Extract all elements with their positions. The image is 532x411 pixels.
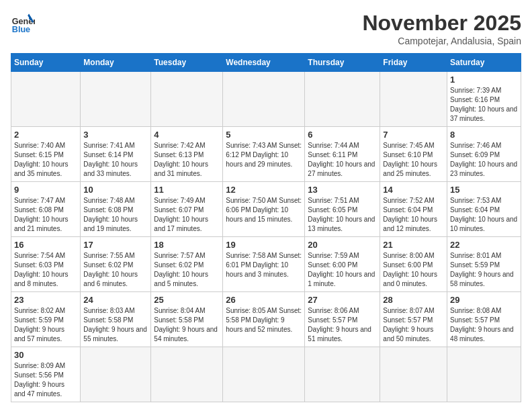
day-number: 16 (14, 240, 77, 250)
day-number: 27 (308, 295, 377, 305)
calendar-cell: 8Sunrise: 7:46 AM Sunset: 6:09 PM Daylig… (447, 127, 521, 182)
day-info: Sunrise: 7:57 AM Sunset: 6:02 PM Dayligh… (154, 251, 220, 289)
day-number: 28 (383, 295, 444, 305)
day-info: Sunrise: 7:42 AM Sunset: 6:13 PM Dayligh… (154, 141, 220, 179)
day-info: Sunrise: 8:06 AM Sunset: 5:57 PM Dayligh… (308, 306, 377, 344)
calendar-cell (81, 347, 151, 402)
calendar-week-1: 1Sunrise: 7:39 AM Sunset: 6:16 PM Daylig… (11, 72, 521, 127)
day-number: 7 (383, 130, 444, 140)
day-number: 22 (450, 240, 518, 250)
day-number: 25 (154, 295, 220, 305)
day-info: Sunrise: 7:58 AM Sunset: 6:01 PM Dayligh… (226, 251, 302, 279)
calendar-cell: 15Sunrise: 7:53 AM Sunset: 6:04 PM Dayli… (447, 182, 521, 237)
day-number: 3 (83, 130, 148, 140)
day-number: 30 (14, 350, 77, 360)
calendar-cell: 25Sunrise: 8:04 AM Sunset: 5:58 PM Dayli… (151, 292, 223, 347)
day-number: 6 (308, 130, 377, 140)
day-info: Sunrise: 8:07 AM Sunset: 5:57 PM Dayligh… (383, 306, 444, 344)
page-header: General Blue November 2025 Campotejar, A… (11, 11, 521, 46)
day-info: Sunrise: 8:02 AM Sunset: 5:59 PM Dayligh… (14, 306, 77, 344)
day-number: 13 (308, 185, 377, 195)
calendar-cell: 21Sunrise: 8:00 AM Sunset: 6:00 PM Dayli… (380, 237, 447, 292)
day-number: 20 (308, 240, 377, 250)
weekday-header-sunday: Sunday (11, 54, 81, 72)
day-number: 2 (14, 130, 77, 140)
calendar-cell: 5Sunrise: 7:43 AM Sunset: 6:12 PM Daylig… (223, 127, 305, 182)
calendar-cell: 23Sunrise: 8:02 AM Sunset: 5:59 PM Dayli… (11, 292, 81, 347)
day-number: 9 (14, 185, 77, 195)
calendar-cell: 6Sunrise: 7:44 AM Sunset: 6:11 PM Daylig… (305, 127, 380, 182)
day-number: 1 (450, 75, 518, 85)
calendar-cell: 26Sunrise: 8:05 AM Sunset: 5:58 PM Dayli… (223, 292, 305, 347)
calendar-cell: 11Sunrise: 7:49 AM Sunset: 6:07 PM Dayli… (151, 182, 223, 237)
calendar-week-5: 23Sunrise: 8:02 AM Sunset: 5:59 PM Dayli… (11, 292, 521, 347)
calendar-cell: 28Sunrise: 8:07 AM Sunset: 5:57 PM Dayli… (380, 292, 447, 347)
calendar-cell (447, 347, 521, 402)
calendar-cell: 30Sunrise: 8:09 AM Sunset: 5:56 PM Dayli… (11, 347, 81, 402)
day-number: 29 (450, 295, 518, 305)
day-info: Sunrise: 7:46 AM Sunset: 6:09 PM Dayligh… (450, 141, 518, 179)
day-info: Sunrise: 7:48 AM Sunset: 6:08 PM Dayligh… (83, 196, 148, 234)
day-info: Sunrise: 8:01 AM Sunset: 5:59 PM Dayligh… (450, 251, 518, 289)
calendar-cell: 19Sunrise: 7:58 AM Sunset: 6:01 PM Dayli… (223, 237, 305, 292)
day-info: Sunrise: 7:54 AM Sunset: 6:03 PM Dayligh… (14, 251, 77, 289)
day-number: 4 (154, 130, 220, 140)
weekday-header-row: SundayMondayTuesdayWednesdayThursdayFrid… (11, 54, 521, 72)
day-info: Sunrise: 8:09 AM Sunset: 5:56 PM Dayligh… (14, 361, 77, 399)
calendar-week-6: 30Sunrise: 8:09 AM Sunset: 5:56 PM Dayli… (11, 347, 521, 402)
day-number: 19 (226, 240, 302, 250)
day-number: 18 (154, 240, 220, 250)
calendar-cell: 10Sunrise: 7:48 AM Sunset: 6:08 PM Dayli… (81, 182, 151, 237)
calendar-cell (151, 72, 223, 127)
calendar-cell: 17Sunrise: 7:55 AM Sunset: 6:02 PM Dayli… (81, 237, 151, 292)
calendar-week-2: 2Sunrise: 7:40 AM Sunset: 6:15 PM Daylig… (11, 127, 521, 182)
weekday-header-monday: Monday (81, 54, 151, 72)
calendar-cell: 16Sunrise: 7:54 AM Sunset: 6:03 PM Dayli… (11, 237, 81, 292)
calendar-cell: 22Sunrise: 8:01 AM Sunset: 5:59 PM Dayli… (447, 237, 521, 292)
calendar-cell: 12Sunrise: 7:50 AM Sunset: 6:06 PM Dayli… (223, 182, 305, 237)
day-info: Sunrise: 7:50 AM Sunset: 6:06 PM Dayligh… (226, 196, 302, 224)
month-title: November 2025 (362, 11, 521, 36)
day-number: 15 (450, 185, 518, 195)
day-number: 11 (154, 185, 220, 195)
day-info: Sunrise: 8:08 AM Sunset: 5:57 PM Dayligh… (450, 306, 518, 344)
calendar-cell: 18Sunrise: 7:57 AM Sunset: 6:02 PM Dayli… (151, 237, 223, 292)
weekday-header-friday: Friday (380, 54, 447, 72)
calendar-cell: 9Sunrise: 7:47 AM Sunset: 6:08 PM Daylig… (11, 182, 81, 237)
day-info: Sunrise: 7:44 AM Sunset: 6:11 PM Dayligh… (308, 141, 377, 179)
calendar-cell: 4Sunrise: 7:42 AM Sunset: 6:13 PM Daylig… (151, 127, 223, 182)
calendar-cell: 24Sunrise: 8:03 AM Sunset: 5:58 PM Dayli… (81, 292, 151, 347)
calendar-cell: 14Sunrise: 7:52 AM Sunset: 6:04 PM Dayli… (380, 182, 447, 237)
weekday-header-tuesday: Tuesday (151, 54, 223, 72)
title-area: November 2025 Campotejar, Andalusia, Spa… (362, 11, 521, 46)
day-info: Sunrise: 8:00 AM Sunset: 6:00 PM Dayligh… (383, 251, 444, 289)
day-number: 12 (226, 185, 302, 195)
calendar-cell: 20Sunrise: 7:59 AM Sunset: 6:00 PM Dayli… (305, 237, 380, 292)
calendar-cell: 3Sunrise: 7:41 AM Sunset: 6:14 PM Daylig… (81, 127, 151, 182)
calendar-cell (380, 347, 447, 402)
logo-icon: General Blue (11, 11, 35, 35)
calendar-cell (151, 347, 223, 402)
day-number: 5 (226, 130, 302, 140)
day-info: Sunrise: 7:47 AM Sunset: 6:08 PM Dayligh… (14, 196, 77, 234)
weekday-header-thursday: Thursday (305, 54, 380, 72)
calendar-week-4: 16Sunrise: 7:54 AM Sunset: 6:03 PM Dayli… (11, 237, 521, 292)
day-info: Sunrise: 7:51 AM Sunset: 6:05 PM Dayligh… (308, 196, 377, 234)
calendar-cell: 29Sunrise: 8:08 AM Sunset: 5:57 PM Dayli… (447, 292, 521, 347)
day-info: Sunrise: 7:55 AM Sunset: 6:02 PM Dayligh… (83, 251, 148, 289)
day-info: Sunrise: 7:59 AM Sunset: 6:00 PM Dayligh… (308, 251, 377, 289)
calendar-cell (223, 72, 305, 127)
day-info: Sunrise: 7:53 AM Sunset: 6:04 PM Dayligh… (450, 196, 518, 234)
location-subtitle: Campotejar, Andalusia, Spain (362, 36, 521, 46)
calendar-table: SundayMondayTuesdayWednesdayThursdayFrid… (11, 53, 521, 402)
day-number: 14 (383, 185, 444, 195)
weekday-header-wednesday: Wednesday (223, 54, 305, 72)
calendar-cell (223, 347, 305, 402)
svg-text:Blue: Blue (12, 25, 30, 34)
day-number: 8 (450, 130, 518, 140)
calendar-cell (81, 72, 151, 127)
calendar-cell (11, 72, 81, 127)
day-info: Sunrise: 7:39 AM Sunset: 6:16 PM Dayligh… (450, 86, 518, 124)
day-number: 24 (83, 295, 148, 305)
day-number: 10 (83, 185, 148, 195)
